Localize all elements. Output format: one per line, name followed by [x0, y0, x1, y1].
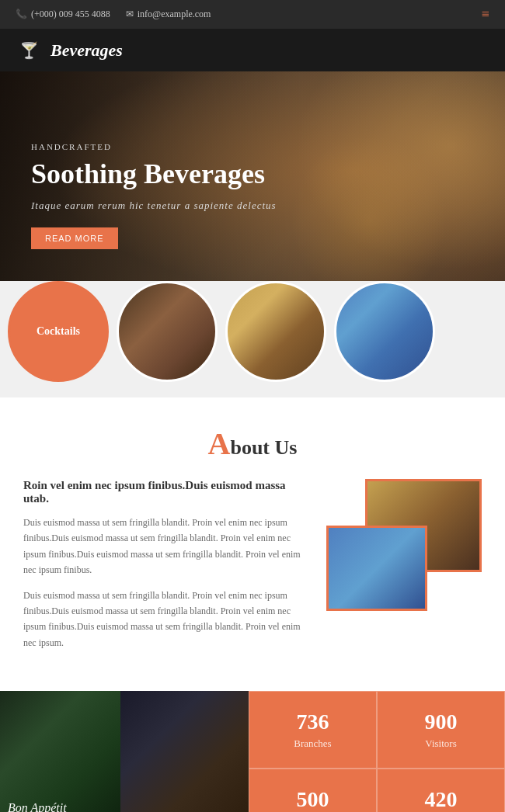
drink-circle-4[interactable] [334, 281, 435, 382]
stats-section: 736 Branches 900 Visitors 500 Awards 420… [0, 691, 505, 812]
read-more-button[interactable]: READ MORE [31, 227, 118, 249]
contact-info: 📞 (+000) 009 455 4088 ✉ info@example.com [16, 9, 211, 20]
stats-images [0, 691, 249, 812]
hamburger-icon[interactable]: ≡ [482, 6, 489, 23]
about-content: Roin vel enim nec ipsum finibus.Duis eui… [23, 479, 482, 660]
about-text: Roin vel enim nec ipsum finibus.Duis eui… [23, 479, 311, 660]
hero-subtitle: HANDCRAFTED [31, 142, 277, 151]
phone-info: 📞 (+000) 009 455 4088 [16, 9, 110, 20]
about-heading: Roin vel enim nec ipsum finibus.Duis eui… [23, 479, 311, 505]
about-title: About Us [23, 429, 482, 460]
stat-awards-number: 500 [297, 787, 329, 812]
restaurant-image-left [0, 691, 124, 812]
hero-description: Itaque earum rerum hic tenetur a sapient… [31, 200, 277, 212]
about-para-1: Duis euismod massa ut sem fringilla blan… [23, 515, 311, 578]
stat-branches-number: 736 [297, 710, 329, 734]
logo-icon: 🍸 [16, 36, 43, 64]
stat-branches: 736 Branches [249, 691, 377, 769]
about-image-front [326, 526, 427, 611]
phone-icon: 📞 [16, 9, 27, 20]
hero-title: Soothing Beverages [31, 158, 277, 190]
stat-visitors-label: Visitors [425, 737, 456, 750]
main-header: 🍸 Beverages [0, 29, 505, 71]
email-info: ✉ info@example.com [126, 9, 211, 20]
stats-grid: 736 Branches 900 Visitors 500 Awards 420… [249, 691, 505, 812]
about-big-letter: A [208, 426, 231, 461]
about-images [326, 479, 482, 611]
top-header: 📞 (+000) 009 455 4088 ✉ info@example.com… [0, 0, 505, 29]
phone-number: (+000) 009 455 4088 [31, 9, 110, 20]
email-address: info@example.com [138, 9, 211, 20]
brand-name: Beverages [50, 40, 123, 61]
email-icon: ✉ [126, 9, 134, 20]
cocktail-glass-icon: 🍸 [19, 41, 39, 60]
about-title-rest: bout Us [230, 436, 297, 459]
drink-circle-3[interactable] [225, 281, 326, 382]
stat-visitors-number: 900 [425, 710, 458, 734]
restaurant-image-right [120, 691, 249, 812]
stat-awards: 500 Awards [249, 769, 377, 812]
stat-branches-label: Branches [294, 737, 331, 750]
about-section: About Us Roin vel enim nec ipsum finibus… [0, 397, 505, 691]
about-para-2: Duis euismod massa ut sem fringilla blan… [23, 588, 311, 651]
stat-centres-number: 420 [425, 787, 458, 812]
stat-centres: 420 Centres [377, 769, 505, 812]
drinks-circles-row: Cocktails [0, 281, 505, 397]
drink-circle-cocktails[interactable]: Cocktails [8, 281, 109, 382]
cocktails-label: Cocktails [37, 325, 80, 338]
stat-visitors: 900 Visitors [377, 691, 505, 769]
hero-content: HANDCRAFTED Soothing Beverages Itaque ea… [0, 111, 308, 280]
drink-circle-2[interactable] [117, 281, 218, 382]
